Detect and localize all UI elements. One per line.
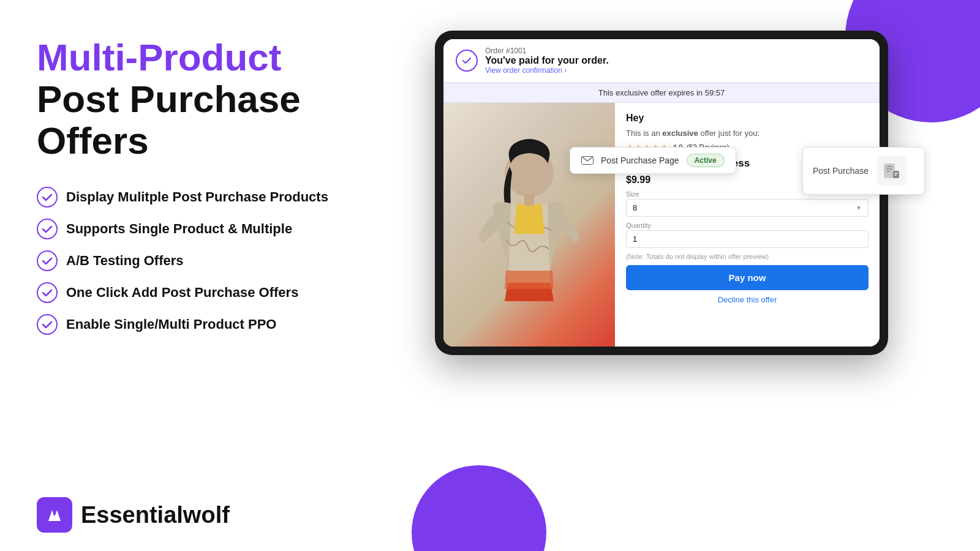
size-value: 8 [633,203,637,212]
feature-label-1: Display Mulitple Post Purchase Products [66,189,328,205]
heading-line3: Offers [37,119,149,162]
feature-item-3: A/B Testing Offers [37,250,355,271]
heading-line1: Multi-Product [37,36,282,78]
post-purchase-badge: Post Purchase Page Active [570,147,736,174]
feature-item-1: Display Mulitple Post Purchase Products [37,187,355,208]
active-badge: Active [687,154,725,167]
offer-timer-bar: This exclusive offer expires in 59:57 [443,83,880,103]
offer-content: Hey This is an exclusive offer just for … [443,103,880,347]
offer-note: (Note: Totals do not display within offe… [626,253,869,260]
svg-rect-8 [886,168,892,170]
offer-details: Hey This is an exclusive offer just for … [615,103,880,347]
check-icon-5 [37,314,58,335]
order-number: Order #1001 [485,47,609,55]
order-confirm-bar: Order #1001 You've paid for your order. … [443,39,880,83]
offer-headline: Hey [626,113,869,124]
bottom-brand: Essentialwolf [37,497,943,533]
product-image-placeholder [443,103,615,347]
pp-card-icon [882,161,902,181]
svg-point-2 [37,251,57,271]
brand-logo-box [37,497,72,533]
svg-point-0 [37,187,57,207]
feature-label-3: A/B Testing Offers [66,253,184,269]
check-icon-1 [37,187,58,208]
size-value-box[interactable]: 8 ▼ [626,199,869,217]
check-icon-2 [37,219,58,239]
brand-logo-icon [43,504,66,526]
order-check-circle [456,50,478,72]
offer-timer-text: This exclusive offer expires in 59:57 [598,88,725,97]
heading-line2: Post Purchase [37,78,301,120]
svg-point-1 [37,219,57,239]
pp-icon-box [877,156,907,186]
check-icon-4 [37,282,58,303]
brand-name: Essentialwolf [81,502,230,528]
feature-label-2: Supports Single Product & Multiple [66,221,292,237]
svg-point-4 [37,315,57,334]
offer-subheadline: This is an exclusive offer just for you: [626,129,869,138]
post-purchase-card: Post Purchase [802,147,925,195]
feature-item-5: Enable Single/Multi Product PPO [37,314,355,335]
svg-rect-12 [524,194,534,206]
quantity-value: 1 [633,234,637,244]
feature-label-4: One Click Add Post Purchase Offers [66,285,298,301]
decline-link[interactable]: Decline this offer [626,295,869,304]
svg-rect-10 [893,171,899,178]
feature-item-2: Supports Single Product & Multiple [37,219,355,239]
svg-point-3 [37,283,57,302]
pay-now-button[interactable]: Pay now [626,265,869,290]
checkmark-icon [461,55,472,66]
svg-rect-9 [886,171,890,172]
order-paid-text: You've paid for your order. [485,55,609,66]
right-panel: Post Purchase Page Active Post Purchase [380,24,943,482]
order-text-group: Order #1001 You've paid for your order. … [485,47,609,75]
email-icon [581,156,594,165]
order-confirmation-link[interactable]: View order confirmation › [485,66,609,75]
features-list: Display Mulitple Post Purchase Products … [37,187,355,335]
quantity-field: Quantity 1 [626,222,869,248]
quantity-label: Quantity [626,222,869,229]
dropdown-arrow-icon: ▼ [856,204,862,211]
quantity-value-box[interactable]: 1 [626,230,869,248]
product-image-area [443,103,615,347]
main-heading: Multi-Product Post Purchase Offers [37,37,355,162]
post-purchase-card-label: Post Purchase [813,166,869,176]
feature-label-5: Enable Single/Multi Product PPO [66,317,276,332]
check-icon-3 [37,250,58,271]
svg-rect-7 [886,166,892,167]
feature-item-4: One Click Add Post Purchase Offers [37,282,355,303]
left-panel: Multi-Product Post Purchase Offers Displ… [37,24,355,482]
badge-label: Post Purchase Page [601,156,679,165]
